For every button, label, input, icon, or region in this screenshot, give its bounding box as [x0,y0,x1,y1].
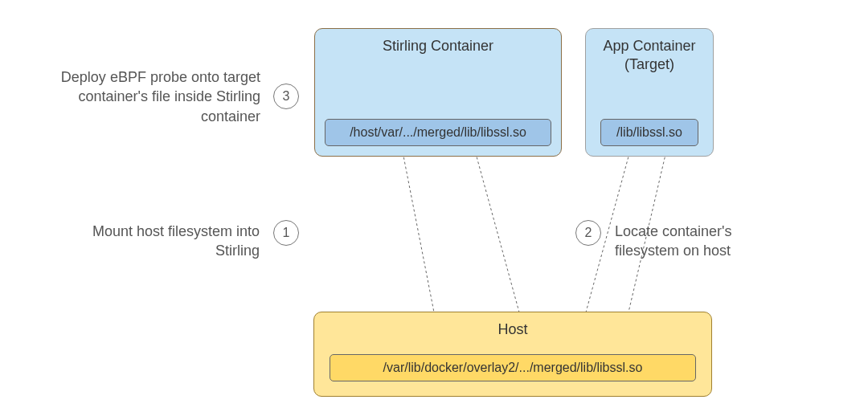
step-3-label: Deploy eBPF probe onto target container'… [51,67,260,126]
stirling-title: Stirling Container [315,29,561,55]
app-title: App Container (Target) [586,29,713,75]
app-title-line2: (Target) [624,56,674,72]
step-2-number: 2 [575,220,601,246]
step-3-number: 3 [273,84,299,109]
host-title: Host [314,312,711,339]
app-path: /lib/libssl.so [600,119,698,146]
stirling-path: /host/var/.../merged/lib/libssl.so [325,119,551,146]
step-2-label: Locate container's filesystem on host [615,222,760,261]
app-title-line1: App Container [603,38,695,54]
host-path: /var/lib/docker/overlay2/.../merged/lib/… [330,354,696,381]
step-1-label: Mount host filesystem into Stirling [87,222,260,261]
step-1-number: 1 [273,220,299,246]
